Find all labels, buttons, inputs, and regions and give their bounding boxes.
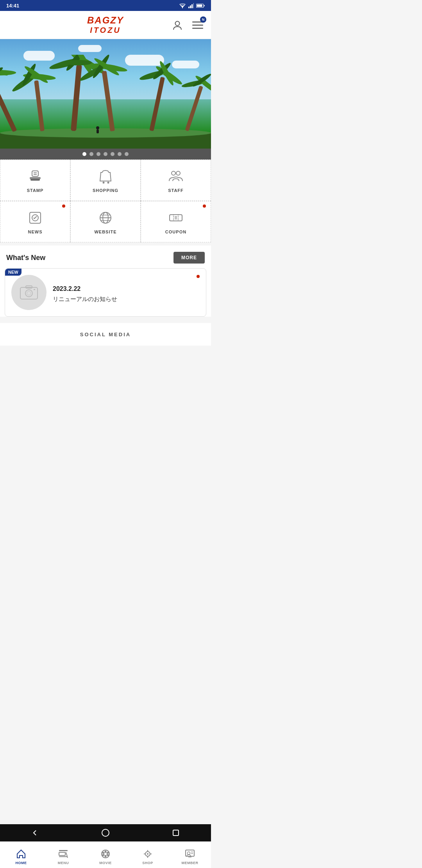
news-date: 2023.2.22 <box>53 285 200 292</box>
shopping-icon <box>97 168 114 185</box>
svg-point-54 <box>176 171 180 175</box>
dot-6[interactable] <box>118 152 122 156</box>
news-label: NEWS <box>28 230 43 234</box>
stamp-menu-item[interactable]: STAMP <box>0 160 70 201</box>
coupon-icon <box>167 209 184 226</box>
svg-rect-71 <box>34 289 35 290</box>
hero-banner <box>0 39 211 149</box>
menu-grid-row1: STAMP SHOPPING STAFF <box>0 160 211 201</box>
svg-point-51 <box>103 182 105 184</box>
more-button[interactable]: MORE <box>173 252 205 264</box>
svg-rect-30 <box>102 71 115 131</box>
news-notification-dot <box>62 204 65 208</box>
palm-trees <box>0 55 211 149</box>
svg-point-53 <box>172 171 175 175</box>
logo-itozu: ITOZU <box>87 26 124 35</box>
svg-rect-45 <box>97 129 99 133</box>
news-text: リニューアルのお知らせ <box>53 296 200 303</box>
dot-4[interactable] <box>104 152 107 156</box>
svg-rect-1 <box>188 7 190 8</box>
status-bar: 14:41 <box>0 0 211 11</box>
svg-rect-24 <box>71 65 82 131</box>
social-media-section: SOCIAL MEDIA <box>0 323 211 346</box>
user-icon <box>172 20 183 30</box>
camera-placeholder-icon <box>20 285 38 300</box>
dot-2[interactable] <box>89 152 93 156</box>
news-new-badge: NEW <box>5 269 21 276</box>
svg-point-7 <box>175 21 180 25</box>
slide-dots <box>0 149 211 160</box>
signal-icon <box>188 3 194 8</box>
header-actions: N <box>170 18 205 32</box>
news-card[interactable]: NEW 2023.2.22 リニューアルのお知らせ <box>5 268 206 317</box>
news-unread-dot <box>197 275 200 278</box>
website-icon <box>97 209 114 226</box>
svg-rect-35 <box>149 77 165 131</box>
menu-grid-row2: NEWS WEBSITE COUPON <box>0 201 211 242</box>
staff-icon <box>167 168 184 185</box>
news-content: 2023.2.22 リニューアルのお知らせ <box>53 282 200 303</box>
staff-menu-item[interactable]: STAFF <box>141 160 211 201</box>
shopping-label: SHOPPING <box>93 188 118 193</box>
user-icon-button[interactable] <box>170 18 184 32</box>
status-time: 14:41 <box>6 3 19 9</box>
coupon-notification-dot <box>203 204 206 208</box>
whats-new-title: What's New <box>6 254 45 262</box>
svg-point-44 <box>96 126 99 129</box>
coupon-label: COUPON <box>165 230 186 234</box>
svg-rect-48 <box>32 171 38 176</box>
stamp-icon <box>27 168 44 185</box>
app-header: BAGZY ITOZU N <box>0 11 211 39</box>
social-media-title: SOCIAL MEDIA <box>80 332 131 337</box>
svg-point-69 <box>27 291 31 295</box>
svg-rect-40 <box>185 86 203 131</box>
svg-rect-47 <box>30 177 41 179</box>
wifi-icon <box>179 3 186 8</box>
news-icon <box>27 209 44 226</box>
shopping-menu-item[interactable]: SHOPPING <box>70 160 141 201</box>
whats-new-section: What's New MORE NEW 2023.2.22 リニューアルのお知ら… <box>0 246 211 317</box>
dot-1[interactable] <box>82 152 86 156</box>
menu-badge: N <box>200 16 206 23</box>
website-menu-item[interactable]: WEBSITE <box>70 201 141 242</box>
svg-rect-19 <box>34 80 45 131</box>
dot-3[interactable] <box>97 152 100 156</box>
svg-rect-9 <box>192 25 203 26</box>
dot-5[interactable] <box>111 152 114 156</box>
news-menu-item[interactable]: NEWS <box>0 201 70 242</box>
svg-rect-6 <box>197 4 202 7</box>
svg-rect-13 <box>0 77 17 132</box>
status-icons <box>179 3 205 8</box>
svg-point-68 <box>25 290 32 297</box>
website-label: WEBSITE <box>94 230 116 234</box>
svg-rect-4 <box>193 3 194 8</box>
whats-new-header: What's New MORE <box>0 246 211 268</box>
news-thumbnail <box>11 275 46 310</box>
staff-label: STAFF <box>168 188 184 193</box>
svg-rect-10 <box>192 28 203 29</box>
svg-rect-3 <box>191 4 193 8</box>
logo-bagzy: BAGZY <box>87 15 124 26</box>
battery-icon <box>196 4 205 8</box>
svg-point-12 <box>0 128 211 138</box>
svg-point-0 <box>182 7 183 8</box>
stamp-label: STAMP <box>27 188 44 193</box>
menu-icon-button[interactable]: N <box>191 18 205 32</box>
svg-point-52 <box>107 182 109 184</box>
coupon-menu-item[interactable]: COUPON <box>141 201 211 242</box>
svg-rect-2 <box>190 5 191 8</box>
svg-point-29 <box>64 60 92 65</box>
cloud-2 <box>78 45 102 52</box>
app-logo: BAGZY ITOZU <box>87 15 124 35</box>
dot-7[interactable] <box>125 152 129 156</box>
